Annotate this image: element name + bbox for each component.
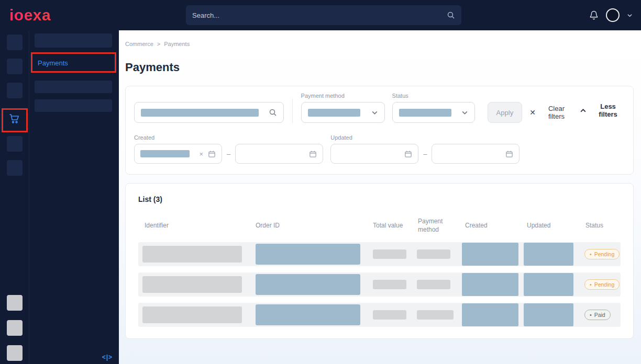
rail-nav-icon-4[interactable] xyxy=(7,136,23,152)
redacted-search-value xyxy=(141,109,259,117)
breadcrumb-separator: > xyxy=(157,41,160,47)
search-icon xyxy=(447,11,455,19)
column-header-total-value: Total value xyxy=(367,222,412,229)
redacted-created xyxy=(462,273,518,296)
rail-bottom-icon-1[interactable] xyxy=(7,295,23,311)
status-field: Status xyxy=(392,93,475,123)
redacted-created-from-value xyxy=(140,150,190,157)
sidebar-item-payments[interactable]: Payments xyxy=(29,53,119,72)
user-avatar[interactable] xyxy=(606,8,620,22)
clear-date-icon[interactable]: × xyxy=(199,150,203,158)
range-separator: – xyxy=(227,150,230,158)
table-row[interactable]: •Pending xyxy=(138,272,621,297)
sidebar-collapse-icon[interactable]: <|> xyxy=(102,354,113,361)
app-window: ioexa xyxy=(0,0,641,364)
status-select[interactable] xyxy=(392,102,475,123)
status-badge-label: Paid xyxy=(594,312,605,318)
sidebar-item-redacted-1[interactable] xyxy=(35,33,112,48)
created-label: Created xyxy=(134,134,323,141)
status-dot: • xyxy=(590,251,592,257)
rail-nav-icon-1[interactable] xyxy=(7,35,23,50)
redacted-payment-method xyxy=(417,280,450,289)
redacted-order-id xyxy=(256,304,360,325)
column-header-status: Status xyxy=(582,222,621,229)
filter-search-input[interactable] xyxy=(134,102,284,123)
updated-range-field: Updated – xyxy=(330,134,520,164)
redacted-total-value xyxy=(373,310,406,320)
redacted-order-id xyxy=(256,274,360,295)
redacted-identifier xyxy=(142,306,242,323)
user-menu-chevron-icon[interactable] xyxy=(627,13,633,18)
filter-divider xyxy=(292,99,293,123)
redacted-updated xyxy=(524,273,573,296)
sidebar-item-payments-label: Payments xyxy=(38,59,68,67)
rail-nav-icon-2[interactable] xyxy=(7,59,23,74)
redacted-payment-method-value xyxy=(308,109,360,117)
payment-method-label: Payment method xyxy=(301,93,385,99)
close-icon: ✕ xyxy=(529,108,536,117)
status-label: Status xyxy=(392,93,475,99)
created-to-input[interactable] xyxy=(235,144,323,164)
less-filters-button[interactable]: Less filters xyxy=(580,103,625,118)
range-separator: – xyxy=(423,150,427,158)
status-badge-label: Pending xyxy=(594,251,615,257)
created-from-input[interactable]: × xyxy=(134,144,222,164)
topbar: ioexa xyxy=(0,0,641,30)
rail-nav-icon-5[interactable] xyxy=(7,160,23,176)
list-title: List (3) xyxy=(138,195,621,203)
sidebar-menu: Payments <|> xyxy=(29,30,119,364)
payments-list-panel: List (3) Identifier Order ID Total value… xyxy=(125,183,634,339)
redacted-identifier xyxy=(142,246,242,263)
updated-label: Updated xyxy=(330,134,520,141)
global-search[interactable] xyxy=(186,5,461,25)
chevron-down-icon xyxy=(461,109,468,116)
clear-filters-button[interactable]: ✕ Clear filters xyxy=(529,102,572,123)
updated-to-input[interactable] xyxy=(432,144,520,164)
apply-button[interactable]: Apply xyxy=(488,102,523,123)
redacted-updated xyxy=(524,243,573,266)
notifications-bell-icon[interactable] xyxy=(589,10,599,20)
sidebar-item-redacted-3[interactable] xyxy=(35,99,112,112)
calendar-icon[interactable] xyxy=(505,150,513,158)
column-header-payment-method: Payment method xyxy=(412,217,457,234)
column-header-order-id: Order ID xyxy=(249,222,367,229)
updated-from-input[interactable] xyxy=(330,144,418,164)
breadcrumb-commerce[interactable]: Commerce xyxy=(125,41,153,47)
less-filters-label: Less filters xyxy=(591,103,625,118)
filters-panel: Payment method Status xyxy=(125,86,634,175)
calendar-icon[interactable] xyxy=(309,150,317,158)
global-search-input[interactable] xyxy=(192,12,447,19)
payment-method-select[interactable] xyxy=(301,102,385,123)
rail-bottom-icon-2[interactable] xyxy=(7,320,23,336)
icon-rail xyxy=(0,30,29,364)
rail-bottom-group xyxy=(7,295,23,364)
column-header-created: Created xyxy=(462,222,524,229)
status-badge: •Pending xyxy=(584,279,620,290)
sidebar-item-redacted-2[interactable] xyxy=(35,81,112,93)
status-badge: •Paid xyxy=(584,310,611,320)
rail-nav-icon-3[interactable] xyxy=(7,83,23,98)
calendar-icon[interactable] xyxy=(208,150,216,158)
redacted-total-value xyxy=(373,280,406,289)
rail-bottom-icon-3[interactable] xyxy=(7,345,23,361)
redacted-payment-method xyxy=(417,310,454,320)
page-title: Payments xyxy=(125,61,634,74)
redacted-order-id xyxy=(256,244,360,265)
calendar-icon[interactable] xyxy=(404,150,412,158)
breadcrumb-payments[interactable]: Payments xyxy=(164,41,190,47)
clear-filters-label: Clear filters xyxy=(540,105,572,120)
chevron-down-icon xyxy=(371,109,378,116)
rail-nav-commerce[interactable] xyxy=(7,112,23,128)
status-dot: • xyxy=(590,312,592,318)
column-header-updated: Updated xyxy=(524,222,582,229)
brand-logo: ioexa xyxy=(9,6,51,24)
status-badge-label: Pending xyxy=(594,281,615,288)
table-row[interactable]: •Pending xyxy=(138,242,621,266)
status-badge: •Pending xyxy=(584,249,620,259)
redacted-identifier xyxy=(142,276,242,293)
table-header: Identifier Order ID Total value Payment … xyxy=(138,217,621,242)
chevron-up-icon xyxy=(580,107,587,114)
redacted-created xyxy=(462,303,518,326)
table-row[interactable]: •Paid xyxy=(138,303,621,327)
redacted-payment-method xyxy=(417,249,450,259)
